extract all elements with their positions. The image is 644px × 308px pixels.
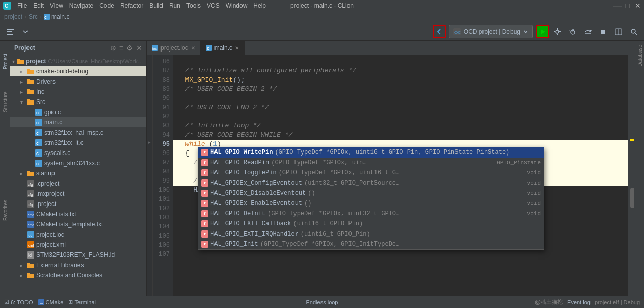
tree-scope-btn[interactable]: ⊕ [110, 44, 116, 52]
structure-panel-icon[interactable]: Structure [0, 82, 10, 122]
svg-rect-29 [27, 89, 30, 91]
tab-label: project.ioc [160, 44, 189, 52]
menu-vcs[interactable]: VCS [204, 1, 223, 10]
autocomplete-item-5[interactable]: f HAL_GPIOEx_EnableEventout () void [198, 198, 544, 209]
list-item[interactable]: ▸ startup [10, 168, 146, 178]
autocomplete-item-0[interactable]: f HAL_GPIO_WritePin (GPIO_TypeDef *GPIOx… [198, 147, 544, 158]
list-item[interactable]: c stm32f1xx_it.c [10, 138, 146, 148]
autocomplete-item-9[interactable]: f HAL_GPIO_Init (GPIO_TypeDef *GPIOx, GP… [198, 239, 544, 249]
autocomplete-name-0: HAL_GPIO_WritePin [210, 148, 273, 157]
tab-close-ioc[interactable]: ✕ [191, 45, 195, 51]
list-item[interactable]: cfg .cproject [10, 178, 146, 189]
toolbar-layout-btn[interactable] [611, 24, 626, 39]
tree-settings-btn[interactable]: ⚙ [126, 44, 133, 52]
list-item[interactable]: cmake CMakeLists_template.txt [10, 219, 146, 229]
right-scrollbar[interactable] [628, 55, 636, 296]
tree-item-label: project [26, 58, 46, 65]
toolbar-debug-btn[interactable] [566, 24, 580, 39]
cmake-icon: cmake [26, 211, 35, 218]
tab-main-c[interactable]: c main.c ✕ [201, 41, 245, 55]
toolbar-project-panel[interactable] [3, 24, 17, 39]
autocomplete-dropdown[interactable]: f HAL_GPIO_WritePin (GPIO_TypeDef *GPIOx… [198, 147, 544, 250]
list-item[interactable]: ioc project.ioc [10, 229, 146, 240]
code-area[interactable]: ▸ 86 87 88 89 90 91 92 93 94 95 96 97 98… [147, 55, 636, 296]
menu-navigate[interactable]: Navigate [66, 1, 96, 10]
tree-item-main-c[interactable]: c main.c [10, 117, 146, 127]
menu-file[interactable]: File [14, 1, 30, 10]
svg-point-15 [571, 30, 575, 34]
c-file-icon: c [35, 129, 43, 136]
list-item[interactable]: ▸ Scratches and Consoles [10, 270, 146, 280]
list-item[interactable]: c stm32f1xx_hal_msp.c [10, 127, 146, 138]
autocomplete-item-6[interactable]: f HAL_GPIO_DeInit (GPIO_TypeDef *GPIOx, … [198, 209, 544, 219]
menu-run[interactable]: Run [166, 1, 183, 10]
c-file-icon: c [35, 109, 43, 116]
svg-text:OCD: OCD [454, 30, 461, 35]
tree-label: STM32F103RETx_FLASH.ld [36, 251, 115, 259]
todo-panel-btn[interactable]: ☑ 6: TODO [4, 299, 33, 305]
list-item[interactable]: ▸ External Libraries [10, 260, 146, 270]
list-item[interactable]: cfg .project [10, 199, 146, 209]
nav-back-button[interactable] [433, 25, 446, 38]
terminal-panel-btn[interactable]: ⊞ Terminal [68, 299, 96, 305]
menu-help[interactable]: Help [250, 1, 269, 10]
autocomplete-item-4[interactable]: f HAL_GPIOEx_DisableEventout () void [198, 188, 544, 198]
menu-code[interactable]: Code [96, 1, 117, 10]
dropdown-arrow-icon [523, 29, 528, 34]
run-config-dropdown[interactable]: OCD OCD project | Debug [449, 25, 533, 38]
code-content[interactable]: /* Initialize all configured peripherals… [173, 55, 628, 296]
tree-item-project[interactable]: ▾ project C:\Users\Cause_Hhc\Desktop\Wor… [10, 56, 146, 66]
menu-build[interactable]: Build [146, 1, 166, 10]
toolbar-more-btn[interactable] [596, 24, 610, 39]
cmake-panel-btn[interactable]: cm CMake [38, 299, 64, 305]
list-item[interactable]: ▸ cmake-build-debug [10, 66, 146, 76]
project-panel-icon[interactable]: Project [0, 41, 10, 82]
tree-collapse-btn[interactable]: ≡ [119, 44, 123, 52]
tree-close-btn[interactable]: ✕ [136, 44, 142, 52]
autocomplete-item-2[interactable]: f HAL_GPIO_TogglePin (GPIO_TypeDef *GPIO… [198, 168, 544, 178]
list-item[interactable]: c gpio.c [10, 107, 146, 117]
list-item[interactable]: c system_stm32f1xx.c [10, 158, 146, 168]
toolbar-step-over-btn[interactable] [581, 24, 595, 39]
autocomplete-item-7[interactable]: f HAL_GPIO_EXTI_Callback (uint16_t GPIO_… [198, 219, 544, 229]
breadcrumb-src[interactable]: Src [29, 13, 38, 20]
favorites-panel-icon[interactable]: Favorites [0, 122, 10, 296]
minimize-button[interactable]: — [613, 2, 622, 10]
menu-window[interactable]: Window [223, 1, 251, 10]
toolbar-expand[interactable] [18, 24, 33, 39]
autocomplete-item-1[interactable]: f HAL_GPIO_ReadPin (GPIO_TypeDef *GPIOx,… [198, 158, 544, 168]
close-button[interactable]: ✕ [634, 2, 642, 10]
maximize-button[interactable]: □ [624, 2, 632, 10]
autocomplete-item-3[interactable]: f HAL_GPIOEx_ConfigEventout (uint32_t GP… [198, 178, 544, 188]
scrollbar-thumb[interactable] [630, 188, 634, 208]
list-item[interactable]: cmake CMakeLists.txt [10, 209, 146, 219]
list-item[interactable]: cfg .mxproject [10, 189, 146, 199]
list-item[interactable]: xml project.xml [10, 240, 146, 250]
event-log-btn[interactable]: Event log [567, 299, 591, 305]
menu-refactor[interactable]: Refactor [117, 1, 146, 10]
breadcrumb-project[interactable]: project [4, 13, 22, 20]
run-button[interactable] [536, 25, 549, 38]
toolbar-settings-btn[interactable] [550, 24, 565, 39]
folder-icon [26, 88, 35, 96]
scrollbar-track[interactable] [630, 55, 635, 296]
database-label[interactable]: Database [637, 45, 643, 67]
tab-close-main[interactable]: ✕ [235, 45, 239, 51]
menu-edit[interactable]: Edit [30, 1, 47, 10]
title-text: project - main.c - CLion [290, 2, 354, 9]
list-item[interactable]: ▸ Drivers [10, 76, 146, 87]
toolbar-search-btn[interactable] [627, 24, 641, 39]
svg-rect-60 [27, 263, 30, 264]
autocomplete-item-8[interactable]: f HAL_GPIO_EXTI_IRQHandler (uint16_t GPI… [198, 229, 544, 239]
list-item[interactable]: ld STM32F103RETx_FLASH.ld [10, 250, 146, 260]
list-item[interactable]: ▸ Inc [10, 87, 146, 97]
file-tree-content[interactable]: ▾ project C:\Users\Cause_Hhc\Desktop\Wor… [10, 55, 146, 296]
menu-view[interactable]: View [47, 1, 66, 10]
list-item[interactable]: ▾ Src [10, 97, 146, 107]
fold-icon[interactable]: ▸ [147, 138, 152, 147]
tab-project-ioc[interactable]: ioc project.ioc ✕ [147, 41, 201, 55]
menu-tools[interactable]: Tools [183, 1, 204, 10]
list-item[interactable]: c syscalls.c [10, 148, 146, 158]
tree-label: stm32f1xx_it.c [44, 139, 84, 146]
database-sidebar[interactable]: Database [636, 41, 644, 296]
